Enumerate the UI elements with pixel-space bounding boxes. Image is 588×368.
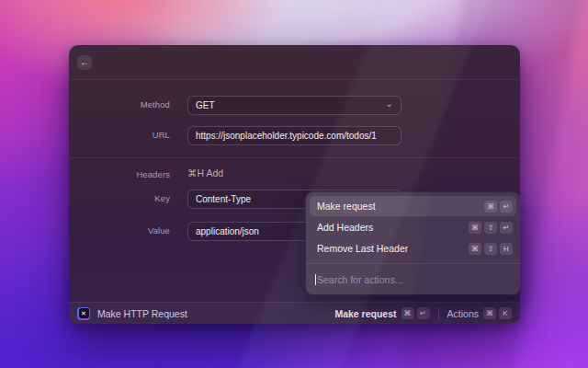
shortcut-key: ⌘ (469, 222, 481, 234)
status-bar-separator (438, 308, 439, 319)
primary-action-button[interactable]: Make request (334, 308, 396, 319)
shortcut-key: ⌘ (401, 307, 414, 319)
header-divider (69, 79, 520, 80)
shortcut-key: ⇧ (484, 243, 497, 255)
shortcut-key: ⌘ (484, 201, 497, 213)
header-key-value: Content-Type (196, 194, 251, 204)
action-item[interactable]: Remove Last Header⌘⇧H (310, 238, 516, 259)
action-search-placeholder: Search for actions... (317, 274, 402, 285)
headers-label: Headers (69, 169, 170, 179)
chevron-down-icon: ⌄ (386, 99, 393, 109)
method-select[interactable]: GET ⌄ (187, 96, 401, 115)
url-input[interactable]: https://jsonplaceholder.typicode.com/tod… (187, 126, 401, 145)
add-header-hint[interactable]: ⌘H Add (187, 167, 223, 178)
action-item-label: Remove Last Header (317, 243, 408, 254)
action-item-shortcut: ⌘⇧H (469, 243, 513, 255)
action-item-shortcut: ⌘↵ (484, 201, 513, 213)
shortcut-key: ↵ (500, 201, 513, 213)
shortcut-key: ⌘ (469, 243, 481, 255)
shortcut-key: ⇧ (484, 222, 497, 234)
form-section-divider (69, 157, 520, 158)
shortcut-key: ⌘ (483, 307, 496, 319)
actions-button[interactable]: Actions (447, 308, 479, 319)
header-key-label: Key (69, 193, 170, 203)
action-list: Make request⌘↵Add Headers⌘⇧↵Remove Last … (310, 196, 516, 259)
back-arrow-icon: ← (80, 57, 89, 67)
shortcut-key: H (500, 243, 513, 255)
command-title: Make HTTP Request (97, 308, 187, 319)
method-label: Method (69, 99, 170, 109)
shortcut-key: ↵ (417, 307, 430, 319)
extension-icon: ✕ (77, 307, 90, 320)
actions-shortcut: ⌘K (483, 307, 512, 319)
header-value-label: Value (69, 225, 170, 236)
x-glyph-icon: ✕ (81, 310, 86, 316)
method-value: GET (196, 100, 215, 110)
url-label: URL (69, 130, 170, 140)
text-cursor (315, 274, 316, 285)
shortcut-key: ↵ (500, 222, 513, 234)
action-item[interactable]: Make request⌘↵ (310, 196, 516, 216)
url-value: https://jsonplaceholder.typicode.com/tod… (196, 131, 377, 141)
desktop-wallpaper: ← Method GET ⌄ URL https://jsonplacehold… (0, 0, 588, 368)
action-item-shortcut: ⌘⇧↵ (469, 222, 513, 234)
action-item-label: Make request (317, 201, 376, 212)
shortcut-key: K (499, 307, 512, 319)
header-value-value: application/json (196, 226, 259, 236)
action-panel: Make request⌘↵Add Headers⌘⇧↵Remove Last … (306, 192, 520, 294)
action-search-input[interactable]: Search for actions... (306, 264, 520, 294)
status-bar: ✕ Make HTTP Request Make request ⌘↵ Acti… (69, 302, 520, 324)
action-item-label: Add Headers (317, 222, 373, 233)
action-item[interactable]: Add Headers⌘⇧↵ (310, 217, 516, 237)
window-header: ← (69, 45, 520, 79)
primary-action-shortcut: ⌘↵ (401, 307, 430, 319)
back-button[interactable]: ← (77, 55, 92, 70)
